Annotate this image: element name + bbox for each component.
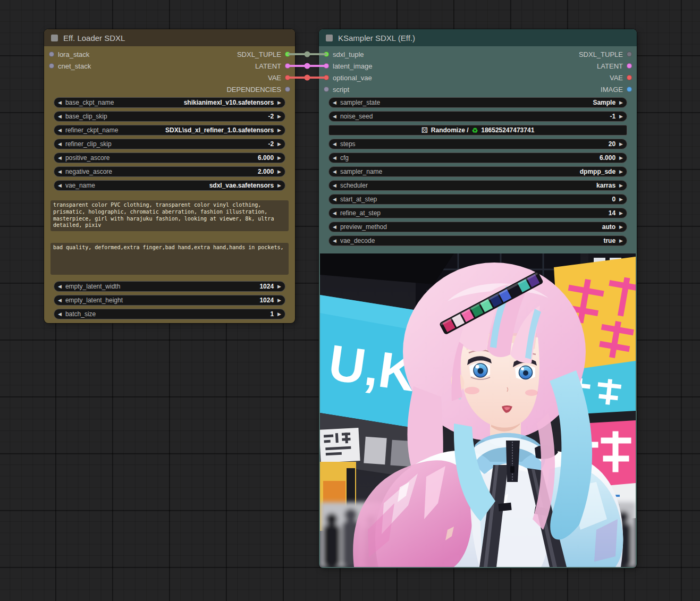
widget-base-ckpt-name[interactable]: ◀ base_ckpt_name shikianimexl_v10.safete… <box>54 97 285 108</box>
output-slot-vae[interactable]: VAE <box>268 72 290 83</box>
decrement-arrow-icon[interactable]: ◀ <box>333 197 336 202</box>
increment-arrow-icon[interactable]: ▶ <box>277 114 281 119</box>
widget-steps[interactable]: ◀ steps 20 ▶ <box>328 139 627 149</box>
decrement-arrow-icon[interactable]: ◀ <box>58 170 62 174</box>
node-title-bar[interactable]: Eff. Loader SDXL <box>44 29 295 46</box>
decrement-arrow-icon[interactable]: ◀ <box>333 100 336 105</box>
widget-preview-method[interactable]: ◀ preview_method auto ▶ <box>328 222 627 232</box>
decrement-arrow-icon[interactable]: ◀ <box>333 114 336 119</box>
node-title-bar[interactable]: KSampler SDXL (Eff.) <box>319 29 637 46</box>
output-slot-sdxl-tuple[interactable]: SDXL_TUPLE <box>579 48 632 60</box>
input-slot-latent-image[interactable]: latent_image <box>324 60 372 72</box>
input-slot-cnet-stack[interactable]: cnet_stack <box>49 60 91 72</box>
output-slot-vae[interactable]: VAE <box>610 72 632 83</box>
slot-dot[interactable] <box>49 63 54 69</box>
increment-arrow-icon[interactable]: ▶ <box>277 284 281 289</box>
slot-dot[interactable] <box>285 87 290 92</box>
output-slot-image[interactable]: IMAGE <box>601 83 632 95</box>
increment-arrow-icon[interactable]: ▶ <box>277 156 281 160</box>
widget-batch-size[interactable]: ◀ batch_size 1 ▶ <box>54 309 285 319</box>
widget-label: refine_at_step <box>340 209 609 217</box>
slot-dot[interactable] <box>49 52 54 57</box>
decrement-arrow-icon[interactable]: ◀ <box>333 239 336 243</box>
decrement-arrow-icon[interactable]: ◀ <box>58 298 62 303</box>
decrement-arrow-icon[interactable]: ◀ <box>58 128 62 133</box>
decrement-arrow-icon[interactable]: ◀ <box>333 156 336 160</box>
widget-negative-ascore[interactable]: ◀ negative_ascore 2.000 ▶ <box>54 166 285 177</box>
node-graph-canvas[interactable]: Eff. Loader SDXL lora_stack SDXL_TUPLE c… <box>0 0 700 601</box>
decrement-arrow-icon[interactable]: ◀ <box>58 142 62 147</box>
node-eff-loader-sdxl[interactable]: Eff. Loader SDXL lora_stack SDXL_TUPLE c… <box>44 29 295 323</box>
decrement-arrow-icon[interactable]: ◀ <box>333 170 336 174</box>
increment-arrow-icon[interactable]: ▶ <box>277 128 281 133</box>
increment-arrow-icon[interactable]: ▶ <box>619 142 623 147</box>
increment-arrow-icon[interactable]: ▶ <box>619 156 623 160</box>
collapse-box-icon[interactable] <box>51 35 58 41</box>
decrement-arrow-icon[interactable]: ◀ <box>333 225 336 230</box>
widget-label: preview_method <box>340 223 602 231</box>
input-slot-lora-stack[interactable]: lora_stack <box>49 48 89 60</box>
widget-empty-latent-height[interactable]: ◀ empty_latent_height 1024 ▶ <box>54 295 285 306</box>
input-slot-sdxl-tuple[interactable]: sdxl_tuple <box>324 48 364 60</box>
increment-arrow-icon[interactable]: ▶ <box>277 100 281 105</box>
widget-sampler-state[interactable]: ◀ sampler_state Sample ▶ <box>328 97 627 108</box>
input-slot-optional-vae[interactable]: optional_vae <box>324 72 372 83</box>
output-slot-latent[interactable]: LATENT <box>255 60 290 72</box>
decrement-arrow-icon[interactable]: ◀ <box>333 142 336 147</box>
widget-cfg[interactable]: ◀ cfg 6.000 ▶ <box>328 153 627 163</box>
widget-vae-decode[interactable]: ◀ vae_decode true ▶ <box>328 235 627 246</box>
generated-image-preview: U,K <box>320 253 636 567</box>
link-wire-latent[interactable] <box>288 65 327 67</box>
output-slot-dependencies[interactable]: DEPENDENCIES <box>226 83 290 95</box>
widget-base-clip-skip[interactable]: ◀ base_clip_skip -2 ▶ <box>54 111 285 122</box>
randomize-seed-button[interactable]: ⚄ Randomize / ♻ 186525247473741 <box>328 125 627 136</box>
link-wire-sdxl-tuple[interactable] <box>288 53 327 55</box>
input-slot-script[interactable]: script <box>324 83 349 95</box>
collapse-box-icon[interactable] <box>326 35 333 41</box>
slot-dot[interactable] <box>627 75 632 80</box>
slot-label: optional_vae <box>333 74 372 82</box>
widget-positive-ascore[interactable]: ◀ positive_ascore 6.000 ▶ <box>54 153 285 163</box>
decrement-arrow-icon[interactable]: ◀ <box>58 114 62 119</box>
output-slot-sdxl-tuple[interactable]: SDXL_TUPLE <box>237 48 290 60</box>
increment-arrow-icon[interactable]: ▶ <box>277 298 281 303</box>
node-ksampler-sdxl-eff[interactable]: KSampler SDXL (Eff.) sdxl_tuple SDXL_TUP… <box>319 29 637 568</box>
slot-dot[interactable] <box>627 87 632 92</box>
decrement-arrow-icon[interactable]: ◀ <box>58 100 62 105</box>
widget-scheduler[interactable]: ◀ scheduler karras ▶ <box>328 180 627 191</box>
increment-arrow-icon[interactable]: ▶ <box>619 239 623 243</box>
slot-dot[interactable] <box>324 87 329 92</box>
increment-arrow-icon[interactable]: ▶ <box>619 211 623 216</box>
widget-noise-seed[interactable]: ◀ noise_seed -1 ▶ <box>328 111 627 122</box>
increment-arrow-icon[interactable]: ▶ <box>619 197 623 202</box>
decrement-arrow-icon[interactable]: ◀ <box>58 284 62 289</box>
slot-dot[interactable] <box>627 63 632 69</box>
decrement-arrow-icon[interactable]: ◀ <box>58 183 62 188</box>
widget-sampler-name[interactable]: ◀ sampler_name dpmpp_sde ▶ <box>328 166 627 177</box>
decrement-arrow-icon[interactable]: ◀ <box>58 312 62 317</box>
decrement-arrow-icon[interactable]: ◀ <box>333 211 336 216</box>
negative-prompt-textarea[interactable]: bad quality, deformed,extra finger,bad h… <box>50 243 289 275</box>
widget-refine-at-step[interactable]: ◀ refine_at_step 14 ▶ <box>328 208 627 218</box>
increment-arrow-icon[interactable]: ▶ <box>619 225 623 230</box>
widget-refiner-clip-skip[interactable]: ◀ refiner_clip_skip -2 ▶ <box>54 139 285 149</box>
output-slot-latent[interactable]: LATENT <box>597 60 632 72</box>
increment-arrow-icon[interactable]: ▶ <box>619 100 623 105</box>
increment-arrow-icon[interactable]: ▶ <box>277 142 281 147</box>
increment-arrow-icon[interactable]: ▶ <box>277 183 281 188</box>
link-wire-vae[interactable] <box>288 77 327 79</box>
slot-label: IMAGE <box>601 86 623 94</box>
widget-start-at-step[interactable]: ◀ start_at_step 0 ▶ <box>328 194 627 205</box>
increment-arrow-icon[interactable]: ▶ <box>619 183 623 188</box>
increment-arrow-icon[interactable]: ▶ <box>277 170 281 174</box>
increment-arrow-icon[interactable]: ▶ <box>277 312 281 317</box>
increment-arrow-icon[interactable]: ▶ <box>619 170 623 174</box>
slot-dot[interactable] <box>627 52 632 57</box>
decrement-arrow-icon[interactable]: ◀ <box>58 156 62 160</box>
widget-empty-latent-width[interactable]: ◀ empty_latent_width 1024 ▶ <box>54 281 285 292</box>
widget-vae-name[interactable]: ◀ vae_name sdxl_vae.safetensors ▶ <box>54 180 285 191</box>
increment-arrow-icon[interactable]: ▶ <box>619 114 623 119</box>
positive-prompt-textarea[interactable]: transparent color PVC clothing, transpar… <box>50 200 289 231</box>
decrement-arrow-icon[interactable]: ◀ <box>333 183 336 188</box>
widget-refiner-ckpt-name[interactable]: ◀ refiner_ckpt_name SDXL\sd_xl_refiner_1… <box>54 125 285 136</box>
